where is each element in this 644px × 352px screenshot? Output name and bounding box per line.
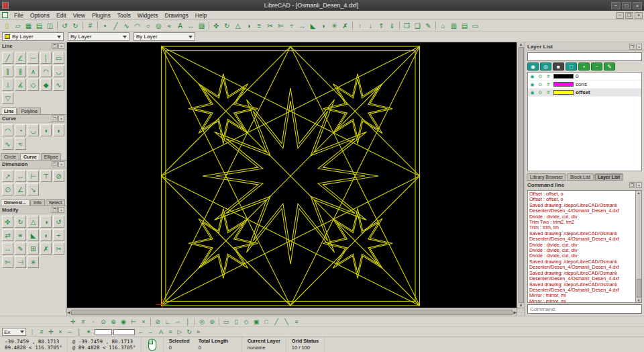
tab-polyline[interactable]: Polyline	[17, 107, 41, 114]
modify-trim-two[interactable]: ✄	[2, 256, 13, 268]
modify-delete[interactable]: ✗	[340, 21, 350, 30]
restrict-horizontal[interactable]: ─	[65, 328, 74, 337]
undo[interactable]: ↺	[60, 21, 70, 30]
drawing-canvas[interactable]: ▲ ▼ ◀ ▶	[67, 42, 525, 316]
float-dock-button[interactable]: ❐	[52, 43, 58, 49]
snap-grid[interactable]: #	[37, 328, 46, 337]
line-vertical[interactable]: │	[40, 52, 52, 64]
line-tangent-two-circles[interactable]: ◡	[53, 65, 64, 77]
layer-lock-icon[interactable]: ⊙	[537, 74, 543, 79]
tab-curve[interactable]: Curve	[20, 153, 40, 160]
modify-rotate[interactable]: ↻	[15, 216, 26, 228]
restrict-horizontal[interactable]: ─	[173, 317, 182, 326]
mdi-close-button[interactable]: ×	[635, 12, 643, 19]
modify-divide[interactable]: ÷	[286, 21, 297, 30]
layer-construction-icon[interactable]: #	[545, 90, 551, 95]
block-insert[interactable]: ❑	[413, 21, 423, 30]
line-tangent-point-circle[interactable]: ◠	[40, 65, 52, 77]
dim-linear[interactable]: ↔	[15, 170, 26, 182]
modify-mirror[interactable]: ◑	[244, 21, 254, 30]
modify-scale[interactable]: △	[233, 21, 243, 30]
deselect-intersected[interactable]: ╲	[282, 317, 291, 326]
print-preview[interactable]: ◫	[45, 21, 55, 30]
tab-ellipse[interactable]: Ellipse	[41, 153, 62, 160]
layer-row[interactable]: ◉⊙#0	[528, 73, 641, 81]
snap-free[interactable]: ✛	[68, 317, 78, 326]
command-input[interactable]: Command:	[527, 304, 642, 314]
modify-lengthen[interactable]: ⊣	[15, 256, 26, 268]
modify-bevel[interactable]: ◣	[308, 21, 318, 30]
close-dock-button[interactable]: ×	[58, 43, 64, 49]
layer-lock-icon[interactable]: ⊙	[537, 90, 543, 95]
line-bisector[interactable]: ∧	[28, 65, 39, 77]
close-dock-button[interactable]: ×	[636, 44, 642, 50]
layer-visibility-icon[interactable]: ◉	[529, 82, 535, 87]
minimize-button[interactable]: −	[611, 2, 621, 9]
open-file[interactable]: ▱	[13, 21, 23, 30]
restrict-nothing[interactable]: ⊘	[153, 317, 162, 326]
order-bottom[interactable]: ↓	[366, 21, 376, 30]
modify-rotate[interactable]: ↻	[222, 21, 232, 30]
order-top[interactable]: ↑	[355, 21, 365, 30]
modify-fillet[interactable]: ◗	[319, 21, 329, 30]
tab-library-browser[interactable]: Library Browser	[527, 173, 566, 181]
menu-tools[interactable]: Tools	[114, 12, 134, 19]
ellipse-arc[interactable]: ◖	[40, 124, 52, 136]
snap-intersection[interactable]: ×	[139, 317, 148, 326]
modify-properties[interactable]: ✎	[15, 243, 26, 255]
block-edit[interactable]: ✎	[423, 21, 433, 30]
mdi-restore-button[interactable]: ❐	[625, 12, 633, 19]
modify-stretch[interactable]: ↔	[2, 243, 13, 255]
redraw[interactable]: ↻	[184, 328, 194, 337]
vertical-scroll-thumb[interactable]	[519, 47, 524, 303]
pen-color-combo[interactable]: By Layer	[2, 32, 64, 41]
arc-center-point-angles[interactable]: ◠	[2, 124, 13, 136]
scroll-up-icon[interactable]: ▲	[519, 42, 523, 46]
float-dock-button[interactable]: ❐	[52, 116, 58, 122]
scroll-up-icon[interactable]: ▲	[637, 191, 641, 195]
line-orthogonal[interactable]: ⊥	[2, 79, 13, 91]
modify-stretch[interactable]: ↔	[297, 21, 307, 30]
spline[interactable]: ∿	[2, 138, 13, 150]
modify-mirror[interactable]: ◑	[40, 216, 52, 228]
close-button[interactable]: ×	[633, 2, 642, 9]
arc-tangent[interactable]: ◡	[28, 124, 39, 136]
snap-free[interactable]: ✛	[46, 328, 56, 337]
command-history[interactable]: ▲ ▼ Offset : offset, oOffset : offset, o…	[527, 190, 642, 303]
restrict-vertical[interactable]: │	[74, 328, 84, 337]
layer-row[interactable]: ◉⊙#offset	[528, 89, 641, 97]
restrict-orthogonal[interactable]: ∟	[163, 317, 172, 326]
pen-preview-box[interactable]	[113, 329, 135, 335]
new-document[interactable]: ▯	[2, 21, 12, 30]
modify-offset[interactable]: ≡	[15, 229, 26, 241]
modify-offset[interactable]: ≡	[254, 21, 264, 30]
menu-file[interactable]: File	[11, 12, 27, 19]
deselect-window[interactable]: ▯	[231, 317, 241, 326]
line-polygon-two-corners[interactable]: ◆	[40, 79, 52, 91]
select-contour[interactable]: ◇	[241, 317, 251, 326]
select-all[interactable]: ▣	[252, 317, 261, 326]
command-history-scrollbar[interactable]: ▲ ▼	[635, 191, 641, 302]
save[interactable]: ▦	[23, 21, 34, 30]
layer-visibility-icon[interactable]: ◉	[529, 74, 535, 79]
float-dock-button[interactable]: ❐	[629, 44, 635, 50]
ellipse-center-axes[interactable]: ◗	[53, 124, 64, 136]
dim-angular[interactable]: ∠	[15, 183, 26, 195]
draw-point[interactable]: •	[100, 21, 110, 30]
float-dock-button[interactable]: ❐	[52, 207, 58, 213]
deselect-all[interactable]: □	[262, 317, 271, 326]
block-list-toggle[interactable]: ▥	[449, 21, 459, 30]
redo[interactable]: ↻	[70, 21, 80, 30]
line-parallel-through-point[interactable]: ∦	[15, 65, 26, 77]
layer-filter-input[interactable]	[527, 52, 642, 61]
line-horizontal[interactable]: ─	[28, 52, 39, 64]
snap-intersection[interactable]: ×	[56, 328, 65, 337]
edit-layer[interactable]: ✎	[604, 62, 615, 71]
maximize-button[interactable]: □	[622, 2, 631, 9]
draw-spline[interactable]: ≈	[164, 21, 174, 30]
line-freehand[interactable]: ∿	[53, 79, 64, 91]
tab-dimensi[interactable]: Dimensi...	[1, 199, 30, 206]
close-dock-button[interactable]: ×	[58, 116, 64, 122]
dim-horizontal[interactable]: ⊢	[28, 170, 39, 182]
hide-all-layers[interactable]: ◎	[540, 62, 551, 71]
